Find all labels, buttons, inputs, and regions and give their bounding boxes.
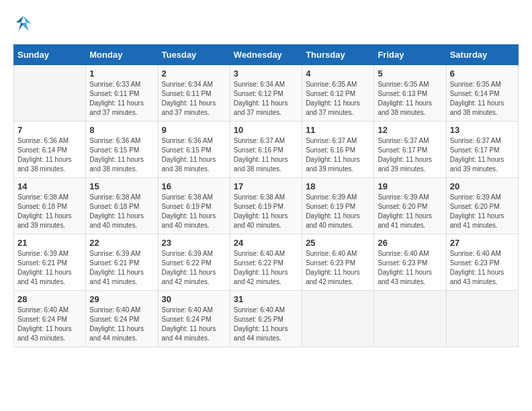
- day-number: 31: [234, 294, 298, 304]
- day-number: 16: [162, 181, 226, 191]
- calendar-cell: 8Sunrise: 6:36 AMSunset: 6:15 PMDaylight…: [86, 122, 158, 178]
- calendar-cell: 1Sunrise: 6:33 AMSunset: 6:11 PMDaylight…: [86, 65, 158, 122]
- day-number: 24: [234, 238, 298, 248]
- day-header-friday: Friday: [374, 45, 446, 65]
- day-number: 6: [450, 68, 515, 79]
- calendar-cell: 5Sunrise: 6:35 AMSunset: 6:13 PMDaylight…: [374, 65, 446, 122]
- day-info: Sunrise: 6:36 AMSunset: 6:15 PMDaylight:…: [162, 136, 226, 174]
- calendar-cell: [302, 291, 374, 347]
- calendar-cell: [446, 291, 518, 347]
- day-info: Sunrise: 6:40 AMSunset: 6:23 PMDaylight:…: [378, 249, 442, 287]
- day-number: 10: [234, 125, 298, 135]
- logo: [13, 13, 36, 34]
- calendar-cell: [14, 65, 86, 122]
- day-info: Sunrise: 6:37 AMSunset: 6:17 PMDaylight:…: [450, 136, 515, 174]
- day-info: Sunrise: 6:35 AMSunset: 6:12 PMDaylight:…: [306, 80, 370, 118]
- day-info: Sunrise: 6:40 AMSunset: 6:24 PMDaylight:…: [17, 306, 82, 343]
- day-number: 22: [89, 238, 154, 248]
- day-number: 2: [162, 68, 226, 79]
- calendar-cell: 18Sunrise: 6:39 AMSunset: 6:19 PMDayligh…: [302, 178, 374, 234]
- day-number: 19: [378, 181, 442, 191]
- day-number: 5: [378, 68, 442, 79]
- day-info: Sunrise: 6:38 AMSunset: 6:18 PMDaylight:…: [17, 193, 82, 230]
- day-info: Sunrise: 6:36 AMSunset: 6:15 PMDaylight:…: [89, 136, 154, 174]
- day-header-wednesday: Wednesday: [230, 45, 302, 65]
- calendar-cell: 28Sunrise: 6:40 AMSunset: 6:24 PMDayligh…: [14, 291, 86, 347]
- day-info: Sunrise: 6:40 AMSunset: 6:24 PMDaylight:…: [89, 306, 154, 343]
- day-number: 18: [306, 181, 370, 191]
- day-header-saturday: Saturday: [446, 45, 518, 65]
- page-header: [13, 13, 519, 34]
- calendar-cell: 3Sunrise: 6:34 AMSunset: 6:12 PMDaylight…: [230, 65, 302, 122]
- day-info: Sunrise: 6:39 AMSunset: 6:20 PMDaylight:…: [450, 193, 515, 230]
- calendar-cell: 21Sunrise: 6:39 AMSunset: 6:21 PMDayligh…: [14, 234, 86, 291]
- day-info: Sunrise: 6:37 AMSunset: 6:17 PMDaylight:…: [378, 136, 442, 174]
- day-number: 20: [450, 181, 515, 191]
- day-info: Sunrise: 6:38 AMSunset: 6:19 PMDaylight:…: [162, 193, 226, 230]
- logo-bird-icon: [13, 13, 34, 34]
- day-number: 1: [89, 68, 154, 79]
- day-number: 25: [306, 238, 370, 248]
- day-info: Sunrise: 6:36 AMSunset: 6:14 PMDaylight:…: [17, 136, 82, 174]
- calendar-cell: 11Sunrise: 6:37 AMSunset: 6:16 PMDayligh…: [302, 122, 374, 178]
- day-info: Sunrise: 6:39 AMSunset: 6:19 PMDaylight:…: [306, 193, 370, 230]
- calendar-week-row: 1Sunrise: 6:33 AMSunset: 6:11 PMDaylight…: [14, 65, 519, 122]
- day-info: Sunrise: 6:35 AMSunset: 6:13 PMDaylight:…: [378, 80, 442, 118]
- calendar-week-row: 21Sunrise: 6:39 AMSunset: 6:21 PMDayligh…: [14, 234, 519, 291]
- calendar-cell: 29Sunrise: 6:40 AMSunset: 6:24 PMDayligh…: [86, 291, 158, 347]
- day-info: Sunrise: 6:40 AMSunset: 6:23 PMDaylight:…: [306, 249, 370, 287]
- day-number: 17: [234, 181, 298, 191]
- day-number: 21: [17, 238, 82, 248]
- calendar-cell: 25Sunrise: 6:40 AMSunset: 6:23 PMDayligh…: [302, 234, 374, 291]
- day-number: 15: [89, 181, 154, 191]
- calendar-cell: 14Sunrise: 6:38 AMSunset: 6:18 PMDayligh…: [14, 178, 86, 234]
- calendar-week-row: 7Sunrise: 6:36 AMSunset: 6:14 PMDaylight…: [14, 122, 519, 178]
- calendar-cell: 30Sunrise: 6:40 AMSunset: 6:24 PMDayligh…: [158, 291, 230, 347]
- calendar-cell: 13Sunrise: 6:37 AMSunset: 6:17 PMDayligh…: [446, 122, 518, 178]
- day-number: 14: [17, 181, 82, 191]
- day-info: Sunrise: 6:37 AMSunset: 6:16 PMDaylight:…: [234, 136, 298, 174]
- day-info: Sunrise: 6:39 AMSunset: 6:21 PMDaylight:…: [89, 249, 154, 287]
- day-number: 13: [450, 125, 515, 135]
- day-number: 26: [378, 238, 442, 248]
- day-info: Sunrise: 6:39 AMSunset: 6:20 PMDaylight:…: [378, 193, 442, 230]
- calendar-cell: 9Sunrise: 6:36 AMSunset: 6:15 PMDaylight…: [158, 122, 230, 178]
- day-info: Sunrise: 6:34 AMSunset: 6:11 PMDaylight:…: [162, 80, 226, 118]
- day-number: 28: [17, 294, 82, 304]
- day-number: 9: [162, 125, 226, 135]
- calendar-cell: 20Sunrise: 6:39 AMSunset: 6:20 PMDayligh…: [446, 178, 518, 234]
- day-number: 7: [17, 125, 82, 135]
- calendar-cell: [374, 291, 446, 347]
- calendar-cell: 6Sunrise: 6:35 AMSunset: 6:14 PMDaylight…: [446, 65, 518, 122]
- day-number: 29: [89, 294, 154, 304]
- day-info: Sunrise: 6:38 AMSunset: 6:18 PMDaylight:…: [89, 193, 154, 230]
- day-info: Sunrise: 6:34 AMSunset: 6:12 PMDaylight:…: [234, 80, 298, 118]
- svg-marker-1: [16, 16, 24, 32]
- day-info: Sunrise: 6:40 AMSunset: 6:23 PMDaylight:…: [450, 249, 515, 287]
- day-info: Sunrise: 6:35 AMSunset: 6:14 PMDaylight:…: [450, 80, 515, 118]
- day-number: 8: [89, 125, 154, 135]
- calendar-header-row: SundayMondayTuesdayWednesdayThursdayFrid…: [14, 45, 519, 65]
- calendar-cell: 27Sunrise: 6:40 AMSunset: 6:23 PMDayligh…: [446, 234, 518, 291]
- day-number: 3: [234, 68, 298, 79]
- day-info: Sunrise: 6:40 AMSunset: 6:25 PMDaylight:…: [234, 306, 298, 343]
- calendar-cell: 2Sunrise: 6:34 AMSunset: 6:11 PMDaylight…: [158, 65, 230, 122]
- day-number: 4: [306, 68, 370, 79]
- day-info: Sunrise: 6:40 AMSunset: 6:22 PMDaylight:…: [234, 249, 298, 287]
- day-header-tuesday: Tuesday: [158, 45, 230, 65]
- day-number: 12: [378, 125, 442, 135]
- calendar-cell: 22Sunrise: 6:39 AMSunset: 6:21 PMDayligh…: [86, 234, 158, 291]
- day-info: Sunrise: 6:39 AMSunset: 6:21 PMDaylight:…: [17, 249, 82, 287]
- calendar-cell: 24Sunrise: 6:40 AMSunset: 6:22 PMDayligh…: [230, 234, 302, 291]
- day-header-thursday: Thursday: [302, 45, 374, 65]
- calendar-cell: 17Sunrise: 6:38 AMSunset: 6:19 PMDayligh…: [230, 178, 302, 234]
- calendar-cell: 15Sunrise: 6:38 AMSunset: 6:18 PMDayligh…: [86, 178, 158, 234]
- day-info: Sunrise: 6:33 AMSunset: 6:11 PMDaylight:…: [89, 80, 154, 118]
- calendar-cell: 4Sunrise: 6:35 AMSunset: 6:12 PMDaylight…: [302, 65, 374, 122]
- day-number: 23: [162, 238, 226, 248]
- day-number: 30: [162, 294, 226, 304]
- calendar-cell: 10Sunrise: 6:37 AMSunset: 6:16 PMDayligh…: [230, 122, 302, 178]
- calendar-week-row: 28Sunrise: 6:40 AMSunset: 6:24 PMDayligh…: [14, 291, 519, 347]
- calendar-cell: 7Sunrise: 6:36 AMSunset: 6:14 PMDaylight…: [14, 122, 86, 178]
- calendar-cell: 16Sunrise: 6:38 AMSunset: 6:19 PMDayligh…: [158, 178, 230, 234]
